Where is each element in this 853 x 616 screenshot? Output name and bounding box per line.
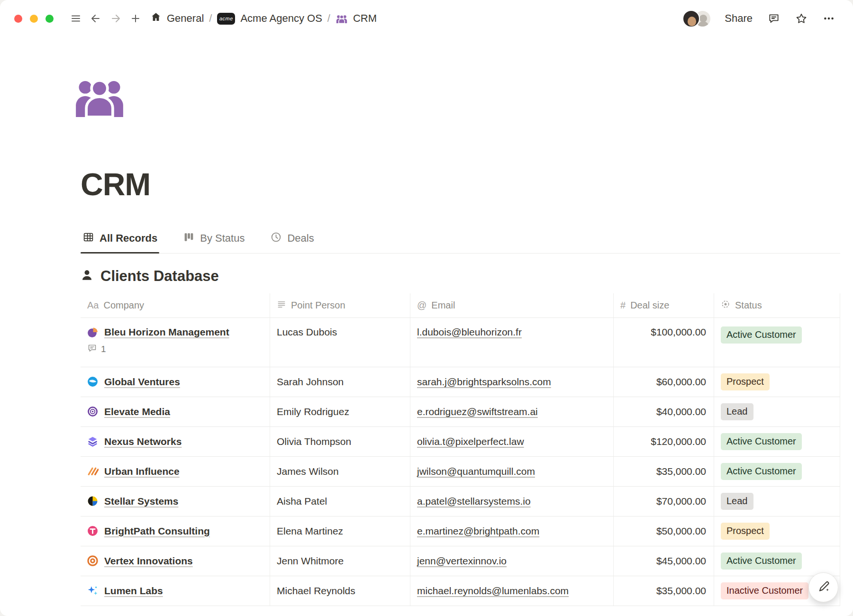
company-cell[interactable]: Stellar Systems [81,487,270,516]
point-person-cell[interactable]: Lucas Dubois [270,318,410,367]
close-window-button[interactable] [14,15,22,23]
status-badge[interactable]: Prospect [721,523,770,540]
table-row[interactable]: Lumen Labs Michael Reynolds michael.reyn… [81,576,840,606]
company-cell[interactable]: BrightPath Consulting [81,516,270,546]
email-cell[interactable]: jenn@vertexinnov.io [410,546,614,576]
company-cell[interactable]: Bleu Horizon Management 1 [81,318,270,367]
deal-size-cell[interactable]: $40,000.00 [614,397,714,427]
company-cell[interactable]: Nexus Networks [81,427,270,457]
tab-all-records[interactable]: All Records [81,230,159,253]
company-link[interactable]: Stellar Systems [104,496,178,507]
deal-size-cell[interactable]: $120,000.00 [614,427,714,457]
status-cell[interactable]: Lead [714,397,840,427]
email-cell[interactable]: sarah.j@brightsparksolns.com [410,367,614,397]
deal-size-cell[interactable]: $35,000.00 [614,457,714,487]
point-person-cell[interactable]: Olivia Thompson [270,427,410,457]
email-cell[interactable]: e.martinez@brightpath.com [410,516,614,546]
email-link[interactable]: jwilson@quantumquill.com [417,466,535,477]
new-page-button[interactable] [126,9,145,28]
email-cell[interactable]: michael.reynolds@lumenlabs.com [410,576,614,606]
email-link[interactable]: jenn@vertexinnov.io [417,555,507,567]
email-link[interactable]: sarah.j@brightsparksolns.com [417,376,551,388]
point-person-cell[interactable]: Aisha Patel [270,487,410,516]
email-cell[interactable]: e.rodriguez@swiftstream.ai [410,397,614,427]
tab-by-status[interactable]: By Status [181,230,246,253]
status-cell[interactable]: Active Customer [714,546,840,576]
minimize-window-button[interactable] [30,15,38,23]
company-cell[interactable]: Urban Influence [81,457,270,487]
table-row[interactable]: Nexus Networks Olivia Thompson olivia.t@… [81,427,840,457]
status-badge[interactable]: Lead [721,493,753,510]
deal-size-cell[interactable]: $60,000.00 [614,367,714,397]
breadcrumb-item-workspace[interactable]: Acme Agency OS [240,12,322,25]
company-cell[interactable]: Elevate Media [81,397,270,427]
tab-deals[interactable]: Deals [268,230,316,253]
email-cell[interactable]: a.patel@stellarsystems.io [410,487,614,516]
point-person-cell[interactable]: Emily Rodriguez [270,397,410,427]
zoom-window-button[interactable] [45,15,54,23]
company-link[interactable]: Nexus Networks [104,436,181,447]
status-badge[interactable]: Active Customer [721,463,802,480]
table-row[interactable]: Elevate Media Emily Rodriguez e.rodrigue… [81,397,840,427]
table-row[interactable]: Vertex Innovations Jenn Whitmore jenn@ve… [81,546,840,576]
column-header-point-person[interactable]: Point Person [270,293,410,318]
status-cell[interactable]: Active Customer [714,457,840,487]
deal-size-cell[interactable]: $45,000.00 [614,546,714,576]
email-link[interactable]: michael.reynolds@lumenlabs.com [417,585,569,597]
table-row[interactable]: BrightPath Consulting Elena Martinez e.m… [81,516,840,546]
point-person-cell[interactable]: Sarah Johnson [270,367,410,397]
status-badge[interactable]: Prospect [721,373,770,390]
deal-size-cell[interactable]: $35,000.00 [614,576,714,606]
column-header-deal-size[interactable]: # Deal size [614,293,714,318]
page-icon-people-group[interactable] [72,76,127,118]
email-cell[interactable]: jwilson@quantumquill.com [410,457,614,487]
forward-button[interactable] [106,9,126,28]
point-person-cell[interactable]: Jenn Whitmore [270,546,410,576]
point-person-cell[interactable]: James Wilson [270,457,410,487]
status-cell[interactable]: Prospect [714,516,840,546]
breadcrumb-item-general[interactable]: General [167,12,204,25]
email-cell[interactable]: olivia.t@pixelperfect.law [410,427,614,457]
email-link[interactable]: e.martinez@brightpath.com [417,525,539,537]
share-button[interactable]: Share [721,9,756,27]
company-cell[interactable]: Vertex Innovations [81,546,270,576]
table-row[interactable]: Urban Influence James Wilson jwilson@qua… [81,457,840,487]
status-badge[interactable]: Inactive Customer [721,582,808,599]
company-link[interactable]: Urban Influence [104,466,180,477]
deal-size-cell[interactable]: $100,000.00 [614,318,714,367]
email-link[interactable]: l.dubois@bleuhorizon.fr [417,326,522,338]
favorite-button[interactable] [791,9,811,28]
company-link[interactable]: Elevate Media [104,406,170,417]
column-header-company[interactable]: Aa Company [81,293,270,318]
deal-size-cell[interactable]: $50,000.00 [614,516,714,546]
column-header-status[interactable]: Status [714,293,840,318]
email-link[interactable]: olivia.t@pixelperfect.law [417,436,524,447]
back-button[interactable] [86,9,106,28]
status-badge[interactable]: Active Customer [721,433,802,450]
status-cell[interactable]: Prospect [714,367,840,397]
active-users-avatars[interactable] [682,10,711,27]
company-link[interactable]: Lumen Labs [104,585,163,597]
email-link[interactable]: a.patel@stellarsystems.io [417,496,531,507]
status-cell[interactable]: Active Customer [714,318,840,367]
email-cell[interactable]: l.dubois@bleuhorizon.fr [410,318,614,367]
more-options-button[interactable] [819,9,839,28]
sidebar-toggle-button[interactable] [66,9,86,28]
point-person-cell[interactable]: Michael Reynolds [270,576,410,606]
status-cell[interactable]: Lead [714,487,840,516]
comment-count[interactable]: 1 [87,343,106,355]
company-link[interactable]: Bleu Horizon Management [104,326,229,338]
company-link[interactable]: BrightPath Consulting [104,525,210,537]
table-row[interactable]: Bleu Horizon Management 1 Lucas Dubois l… [81,318,840,367]
status-badge[interactable]: Lead [721,403,753,420]
company-link[interactable]: Global Ventures [104,376,180,388]
company-link[interactable]: Vertex Innovations [104,555,193,567]
comments-button[interactable] [764,9,784,28]
email-link[interactable]: e.rodriguez@swiftstream.ai [417,406,538,417]
table-row[interactable]: Stellar Systems Aisha Patel a.patel@stel… [81,487,840,516]
point-person-cell[interactable]: Elena Martinez [270,516,410,546]
status-cell[interactable]: Active Customer [714,427,840,457]
floating-edit-button[interactable] [808,572,838,602]
company-cell[interactable]: Global Ventures [81,367,270,397]
breadcrumb-item-page[interactable]: CRM [353,12,377,25]
